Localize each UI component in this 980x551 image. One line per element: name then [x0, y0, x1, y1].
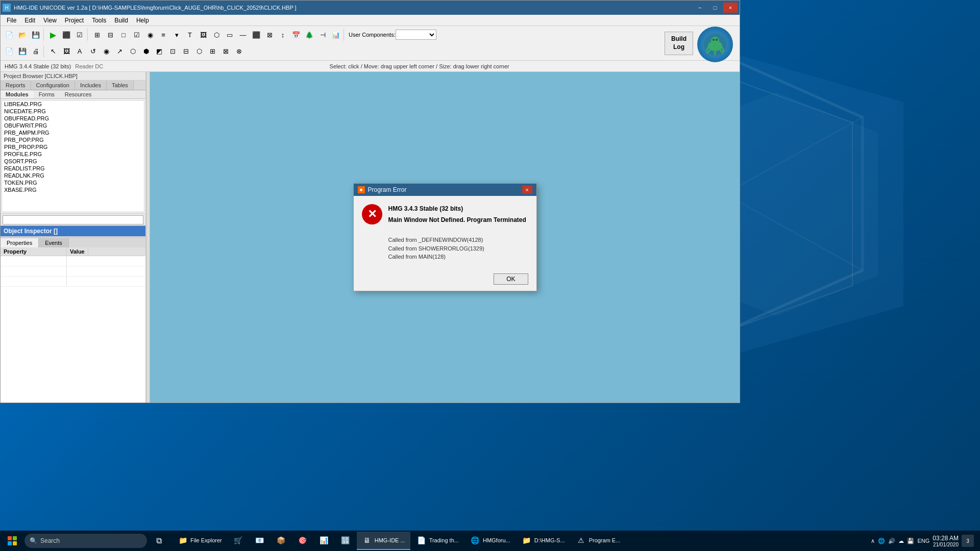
taskbar-app-excel[interactable]: 📊 [314, 532, 334, 550]
taskbar-app-store[interactable]: 🛒 [228, 532, 249, 550]
tb2-arrow[interactable]: ↗ [113, 45, 126, 58]
menu-edit[interactable]: Edit [20, 16, 39, 25]
tb-tree[interactable]: 🌲 [303, 29, 315, 41]
tb2-shape2[interactable]: ⬢ [140, 45, 152, 58]
tb-line[interactable]: — [237, 29, 249, 41]
tb2-x[interactable]: ⊠ [219, 45, 232, 58]
list-item[interactable]: OBUFWRIT.PRG [2, 122, 144, 129]
subtab-modules[interactable]: Modules [1, 90, 34, 98]
taskbar-search[interactable]: 🔍 Search [24, 534, 147, 548]
tb2-shape1[interactable]: ⬡ [127, 45, 139, 58]
tb2-rotate[interactable]: ↺ [87, 45, 99, 58]
tb2-shape3[interactable]: ⬡ [193, 45, 205, 58]
tab-configuration[interactable]: Configuration [31, 81, 75, 90]
tray-volume-icon[interactable]: 🔊 [888, 538, 895, 544]
tab-includes[interactable]: Includes [75, 81, 107, 90]
list-item[interactable]: READLNK.PRG [2, 172, 144, 179]
taskbar-app-dart[interactable]: 🎯 [292, 532, 313, 550]
taskbar-app-programerror[interactable]: ⚠ Program E... [571, 532, 626, 550]
taskbar-app-calc[interactable]: 🔢 [335, 532, 356, 550]
tab-reports[interactable]: Reports [1, 81, 31, 90]
subtab-resources[interactable]: Resources [60, 90, 97, 98]
tb2-img2[interactable]: 🖼 [60, 45, 72, 58]
tb-check2[interactable]: ☑ [131, 29, 143, 41]
tb-grid1[interactable]: ⊞ [91, 29, 103, 41]
language-indicator[interactable]: ENG [917, 538, 929, 544]
tb2-plus[interactable]: ⊞ [206, 45, 218, 58]
taskbar-app-dhmg[interactable]: 📁 D:\HMG-S... [517, 532, 570, 550]
tb-tab[interactable]: ⬡ [210, 29, 223, 41]
tb2-circle[interactable]: ◉ [100, 45, 112, 58]
tb-date[interactable]: 📅 [290, 29, 302, 41]
tb-text[interactable]: T [184, 29, 196, 41]
tb-stop[interactable]: ⬛ [60, 29, 72, 41]
tb2-minus[interactable]: ⊟ [180, 45, 192, 58]
filter-input[interactable] [3, 215, 143, 224]
list-item[interactable]: OBUFREAD.PRG [2, 115, 144, 122]
list-item[interactable]: PRB_AMPM.PRG [2, 129, 144, 136]
tb-save[interactable]: 💾 [30, 29, 42, 41]
list-item[interactable]: READLIST.PRG [2, 165, 144, 172]
tb-grid2[interactable]: ⊟ [104, 29, 116, 41]
tray-network-icon[interactable]: 🌐 [878, 538, 885, 544]
close-button[interactable]: × [723, 3, 738, 13]
tb2-new[interactable]: 📄 [3, 45, 15, 58]
list-item[interactable]: PRB_POP.PRG [2, 136, 144, 143]
list-item[interactable]: PRB_PROP.PRG [2, 143, 144, 151]
tb2-mouse[interactable]: ↖ [47, 45, 59, 58]
list-item[interactable]: TOKEN.PRG [2, 179, 144, 186]
tab-tables[interactable]: Tables [107, 81, 134, 90]
taskbar-app-hmgforum[interactable]: 🌐 HMGforu... [465, 532, 516, 550]
tb2-font[interactable]: A [74, 45, 86, 58]
tb-list[interactable]: ≡ [157, 29, 169, 41]
tb2-split[interactable]: ◩ [153, 45, 165, 58]
taskbar-app-hmgide[interactable]: 🖥 HMG-IDE ... [357, 532, 410, 550]
tb2-print[interactable]: 🖨 [30, 45, 42, 58]
menu-view[interactable]: View [39, 16, 61, 25]
taskbar-app-explorer[interactable]: 📁 File Explorer [173, 532, 227, 550]
list-item[interactable]: PROFILE.PRG [2, 151, 144, 158]
list-item[interactable]: QSORT.PRG [2, 158, 144, 165]
menu-tools[interactable]: Tools [88, 16, 110, 25]
tb-radio[interactable]: ◉ [144, 29, 156, 41]
tb-combo[interactable]: ▾ [170, 29, 183, 41]
start-button[interactable] [2, 531, 22, 550]
menu-build[interactable]: Build [110, 16, 132, 25]
tb-check[interactable]: ☑ [74, 29, 86, 41]
menu-project[interactable]: Project [61, 16, 88, 25]
taskbar-clock[interactable]: 03:28 AM 21/01/2020 [933, 535, 959, 547]
task-view-button[interactable]: ⧉ [149, 531, 168, 550]
menu-file[interactable]: File [3, 16, 20, 25]
tb-run[interactable]: ▶ [47, 29, 59, 41]
tray-onedrive-icon[interactable]: ☁ [898, 538, 904, 544]
panel-resize-handle[interactable] [146, 72, 150, 403]
menu-help[interactable]: Help [132, 16, 153, 25]
list-item[interactable]: NICEDATE.PRG [2, 108, 144, 115]
tb-chart[interactable]: 📊 [330, 29, 342, 41]
build-log-button[interactable]: Build Log [665, 32, 693, 55]
tb-open[interactable]: 📂 [16, 29, 29, 41]
tb2-circle2[interactable]: ⊗ [233, 45, 245, 58]
tb-browse[interactable]: ⬛ [250, 29, 262, 41]
tab-events[interactable]: Events [39, 238, 69, 247]
tb-new[interactable]: 📄 [3, 29, 15, 41]
list-item[interactable]: XBASE.PRG [2, 186, 144, 193]
maximize-button[interactable]: □ [708, 3, 722, 13]
list-item[interactable]: LIBREAD.PRG [2, 101, 144, 108]
subtab-forms[interactable]: Forms [34, 90, 60, 98]
modal-ok-button[interactable]: OK [494, 273, 528, 285]
modal-close-button[interactable]: × [522, 186, 532, 194]
taskbar-app-dropbox[interactable]: 📦 [271, 532, 291, 550]
taskbar-app-trading[interactable]: 📄 Trading th... [411, 532, 464, 550]
tb-img[interactable]: 🖼 [197, 29, 209, 41]
tb-grid3[interactable]: ⊠ [263, 29, 276, 41]
tb-slider[interactable]: ⊣ [316, 29, 329, 41]
notification-badge[interactable]: 3 [962, 535, 974, 547]
tray-storage-icon[interactable]: 💾 [907, 538, 914, 544]
minimize-button[interactable]: − [693, 3, 707, 13]
tray-chevron[interactable]: ∧ [871, 538, 875, 544]
tb-button[interactable]: □ [117, 29, 130, 41]
user-components-select[interactable] [396, 30, 436, 40]
taskbar-app-mail[interactable]: 📧 [250, 532, 270, 550]
tb2-box[interactable]: ⊡ [166, 45, 179, 58]
